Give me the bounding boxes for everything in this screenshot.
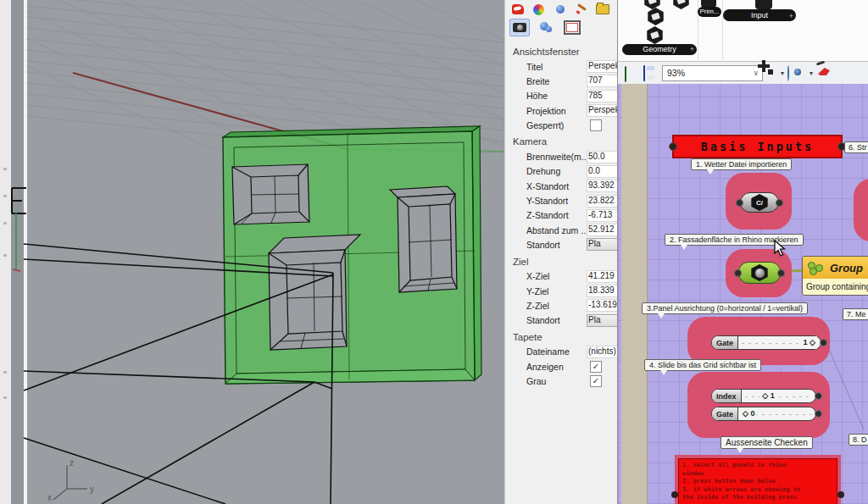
property-value-field[interactable]: Perspek [587, 60, 618, 73]
property-label: Z-Standort [505, 210, 587, 220]
rhino-viewport[interactable]: z y x [0, 0, 504, 504]
property-row: Gesperrt) [505, 118, 618, 132]
component-hex-icon[interactable] [672, 0, 690, 9]
canvas-margin-strip [621, 84, 648, 504]
edge-label-7: 7. Me [843, 308, 868, 320]
property-value-field[interactable]: Perspek [587, 104, 618, 117]
viewport-camera-tool[interactable] [509, 19, 530, 36]
tab-primitive[interactable]: Prim... [698, 7, 721, 17]
slider-track[interactable]: ◇ 1 [742, 390, 815, 402]
property-row: Abstand zum ...52.912 [505, 223, 618, 237]
property-label: Brennweite(m... [505, 152, 587, 162]
property-label: X-Standort [505, 181, 587, 191]
checkbox[interactable] [590, 119, 602, 131]
edge-label-8: 8. D [849, 434, 868, 446]
window-hole-1 [232, 164, 309, 224]
gate-slider-2[interactable]: Gate ◇ 0 [711, 407, 816, 421]
section-header: Tapete [505, 328, 618, 345]
group-banner[interactable]: Basis Inputs [672, 135, 843, 158]
grasshopper-canvas[interactable]: Basis Inputs 1. Wetter Datei importieren… [618, 84, 868, 504]
property-label: Standort [505, 315, 587, 325]
group-tooltip: Group Group containing 25 [802, 256, 868, 296]
component-hex-icon[interactable] [647, 8, 665, 25]
app-screen: z y x Ansichtsfenster TitelPerspek Breit… [0, 0, 868, 504]
preview-toggle-button[interactable] [787, 66, 789, 81]
property-value-field[interactable]: 18.339 [587, 285, 618, 297]
files-tab[interactable] [595, 3, 609, 16]
gate-slider[interactable]: Gate 1 ◇ [711, 335, 821, 350]
property-value-field[interactable]: 23.822 [587, 195, 618, 208]
property-value-field[interactable]: 52.912 [587, 224, 618, 236]
zoom-level-value: 93% [667, 68, 685, 78]
zoom-menu-caret-icon[interactable]: ▾ [781, 69, 784, 77]
annotate-tab[interactable] [574, 3, 588, 16]
group-tooltip-header: Group [803, 257, 868, 279]
place-camera-button[interactable]: Pla [587, 238, 618, 251]
save-file-button[interactable] [643, 66, 645, 81]
group-wetter-datei[interactable]: C/ [726, 173, 792, 230]
property-value-field[interactable]: 707 [587, 75, 618, 87]
slider-name: Index [712, 390, 742, 402]
slider-name: Gate [712, 407, 738, 420]
property-row: ProjektionPerspek [505, 103, 618, 118]
display-tab[interactable] [531, 3, 546, 16]
property-value-field[interactable]: (nichts) [587, 346, 618, 358]
warning-line: 1. select all panels in rhino [682, 462, 833, 470]
group-panel-ausrichtung[interactable]: Gate 1 ◇ [687, 317, 830, 365]
color-wheel-icon [533, 4, 544, 15]
slider-value[interactable]: ◇ 0 [741, 407, 756, 420]
expand-plus-icon[interactable]: + [690, 44, 694, 55]
property-row: Höhe785 [505, 89, 618, 103]
group-slide-grid[interactable]: Index ◇ 1 Gate ◇ 0 [687, 372, 830, 438]
component-hex-icon[interactable] [643, 0, 661, 9]
warning-panel[interactable]: 1. select all panels in rhino window 2. … [678, 458, 837, 504]
group-tooltip-title: Group [830, 262, 863, 274]
panel-tab-bar [510, 2, 609, 17]
group-tooltip-subtitle: Group containing 25 [803, 279, 868, 295]
eye-icon [787, 65, 789, 81]
property-value-field[interactable]: -13.619 [587, 299, 618, 312]
component-hex-icon[interactable] [646, 26, 664, 44]
checkbox[interactable]: ✓ [590, 361, 602, 373]
preview-menu-caret-icon[interactable]: ▾ [810, 69, 813, 77]
warning-line: 2. press button down below [682, 478, 833, 486]
tab-geometry[interactable]: Geometry+ [622, 44, 697, 55]
zoom-level-combobox[interactable]: 93%∨ [662, 65, 763, 81]
property-value-field[interactable]: -6.713 [587, 209, 618, 222]
warning-panel-group[interactable]: 1. select all panels in rhino window 2. … [675, 455, 841, 504]
tab-input[interactable]: Input+ [723, 9, 796, 21]
property-grid: Ansichtsfenster TitelPerspek Breite707 H… [505, 42, 618, 389]
slider-track[interactable]: 1 ◇ [738, 336, 821, 349]
expand-plus-icon[interactable]: + [789, 10, 793, 21]
property-value-field[interactable]: 785 [587, 90, 618, 102]
property-value-field[interactable]: 0.0 [587, 165, 618, 178]
properties-panel: Ansichtsfenster TitelPerspek Breite707 H… [504, 0, 618, 504]
callout-aussenseite: Aussenseite Checken [721, 436, 813, 449]
callout-panel-ausrichtung: 3.Panel Ausrichtung (0=horizontal / 1=ve… [642, 302, 808, 314]
property-value-field[interactable]: 50.0 [587, 151, 618, 163]
file-path-component[interactable]: C/ [740, 192, 779, 213]
checkbox[interactable]: ✓ [590, 375, 602, 387]
index-slider[interactable]: Index ◇ 1 [711, 389, 816, 403]
linked-views-tool[interactable] [536, 19, 556, 36]
property-value-field[interactable]: 93.392 [587, 180, 618, 192]
geometry-component[interactable] [738, 262, 781, 284]
component-palette: Geometry+ Prim... Input+ [618, 0, 868, 62]
group-partial-right[interactable] [854, 179, 868, 241]
rhino-properties-tab[interactable] [510, 3, 525, 16]
property-label: Z-Ziel [505, 301, 587, 311]
section-header: Ansichtsfenster [505, 42, 618, 59]
viewport-rect-tool[interactable] [562, 19, 582, 36]
section-header: Ziel [505, 252, 618, 269]
axis-label-x: x [47, 493, 52, 502]
slider-value[interactable]: 1 ◇ [802, 336, 817, 349]
file-path-hex-icon: C/ [750, 194, 769, 211]
property-label: Breite [505, 76, 587, 86]
edge-label-6: 6. Str [844, 141, 868, 153]
place-target-button[interactable]: Pla [587, 314, 618, 327]
slider-value[interactable]: ◇ 1 [760, 390, 776, 402]
property-value-field[interactable]: 41.219 [587, 270, 618, 283]
open-file-button[interactable] [625, 67, 626, 82]
slider-track[interactable]: ◇ 0 [738, 407, 815, 420]
object-tab[interactable] [553, 3, 567, 16]
